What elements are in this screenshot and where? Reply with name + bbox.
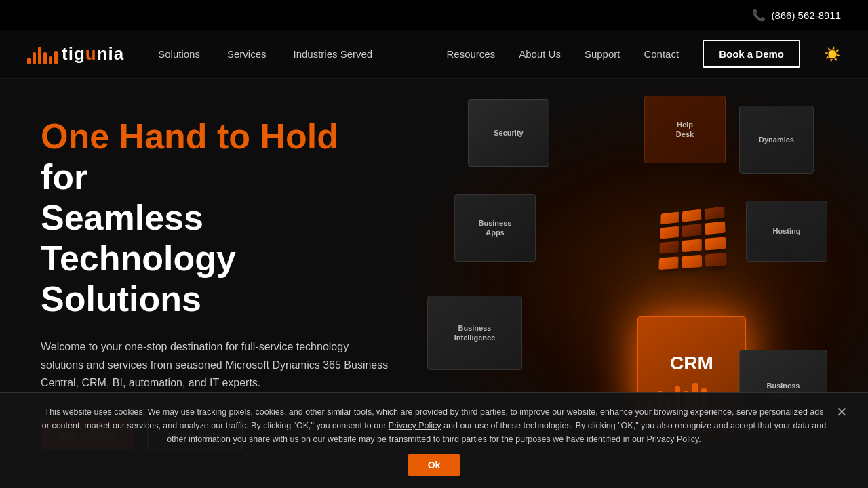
orange-bar-dark [705,253,727,267]
block-help-desk: HelpDesk [644,96,726,163]
top-bar: 📞 (866) 562-8911 [0,0,868,30]
logo-icon [27,44,58,64]
orange-bar [682,239,702,253]
cookie-close-button[interactable]: ✕ [836,404,848,420]
cookie-ok-wrap: Ok [41,454,827,476]
orange-bar-dark [705,207,725,220]
headline-white: forSeamless TechnologySolutions [41,157,236,318]
orange-bar [682,209,701,222]
nav-services[interactable]: Services [227,48,267,60]
orange-bar-row-4 [658,253,727,270]
cookie-ok-button[interactable]: Ok [408,454,461,476]
navbar: tigunia Solutions Services Industries Se… [0,30,868,79]
orange-bar [705,222,725,235]
orange-bar [658,256,678,270]
phone-area: 📞 (866) 562-8911 [752,9,841,22]
orange-bar [660,226,679,239]
block-hosting: Hosting [746,201,827,262]
logo-text: tigunia [62,43,124,64]
book-demo-button[interactable]: Book a Demo [703,40,800,68]
logo-bar-5 [49,56,52,64]
logo-bar-2 [33,52,36,64]
hero-headline: One Hand to Hold forSeamless TechnologyS… [41,117,393,319]
headline-orange: One Hand to Hold [41,117,338,156]
orange-bar [682,255,702,268]
block-bi: BusinessIntelligence [427,296,522,370]
block-help-desk-label: HelpDesk [676,120,694,140]
orange-bar-dark [682,224,702,237]
block-dynamics: Dynamics [739,106,814,174]
nav-right: Resources About Us Support Contact Book … [446,40,841,68]
block-business-apps-label: BusinessApps [479,218,512,238]
nav-contact[interactable]: Contact [644,48,679,60]
block-dynamics-label: Dynamics [759,135,794,144]
nav-left: Solutions Services Industries Served [158,48,372,60]
orange-bars [658,207,727,270]
theme-toggle-button[interactable]: ☀️ [824,46,841,62]
logo-bar-1 [27,58,31,64]
block-business-apps: BusinessApps [454,194,536,262]
cookie-banner: ✕ This website uses cookies! We may use … [0,392,868,488]
phone-icon: 📞 [752,9,766,22]
nav-solutions[interactable]: Solutions [158,48,200,60]
logo-bar-6 [54,51,58,64]
block-security-label: Security [494,128,523,138]
logo[interactable]: tigunia [27,43,124,64]
cookie-text: This website uses cookies! We may use tr… [41,405,827,446]
block-hosting-label: Hosting [773,226,801,236]
nav-industries[interactable]: Industries Served [293,48,372,60]
orange-bar-row-3 [659,237,726,254]
hero-description: Welcome to your one-stop destination for… [41,338,393,392]
privacy-policy-link[interactable]: Privacy Policy [389,421,441,430]
logo-bar-4 [43,52,47,64]
nav-support[interactable]: Support [585,48,620,60]
phone-number: (866) 562-8911 [771,9,841,21]
block-security: Security [468,99,549,167]
orange-bar-row-2 [660,222,725,239]
nav-about[interactable]: About Us [519,48,561,60]
nav-resources[interactable]: Resources [446,48,495,60]
orange-bar [705,237,726,250]
orange-bar [660,211,679,224]
logo-bar-3 [38,47,41,64]
block-bi-label: BusinessIntelligence [454,323,496,343]
block-crm-label: CRM [670,351,713,375]
orange-bar-dark [659,241,679,254]
